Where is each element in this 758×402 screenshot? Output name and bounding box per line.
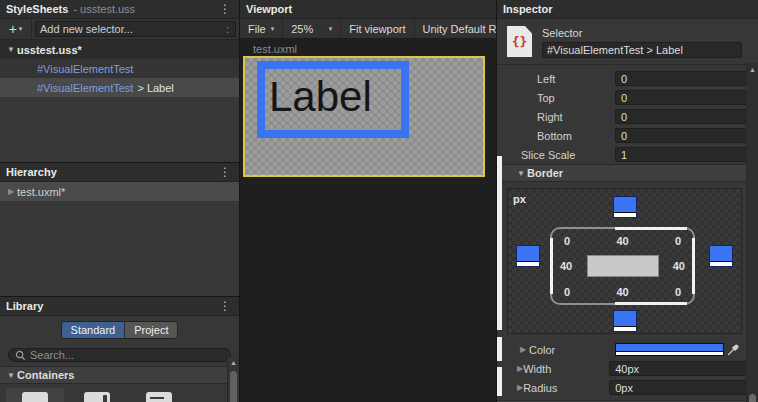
inspector-scrollbar[interactable]: ▲ xyxy=(746,63,758,402)
field-label: Right xyxy=(497,111,615,123)
tree-item-label: usstest.uss* xyxy=(17,44,82,56)
curly-braces-glyph: {} xyxy=(512,34,528,49)
unity-ui-builder-window: StyleSheets - usstest.uss ⋮ + ▾ : ▼ usst… xyxy=(0,0,758,402)
library-search-input[interactable] xyxy=(30,349,224,361)
stylesheets-title: StyleSheets xyxy=(6,3,68,15)
border-right-width-value[interactable]: 40 xyxy=(673,260,685,272)
right-input[interactable] xyxy=(615,109,758,124)
add-selector-field-wrap: : xyxy=(35,21,236,37)
foldout-open-icon[interactable]: ▼ xyxy=(5,45,17,54)
library-item-visualelement[interactable] xyxy=(6,388,64,402)
inspector-panel: Inspector {} Selector #VisualElementTest… xyxy=(497,0,758,402)
canvas-document-label[interactable]: test.uxml xyxy=(253,43,297,55)
pseudo-state-hint[interactable]: : xyxy=(224,23,231,35)
selector-value-field[interactable]: #VisualElementTest > Label xyxy=(542,42,742,58)
library-item-scrollview[interactable] xyxy=(68,388,126,402)
radius-label: Radius xyxy=(523,382,609,394)
dropdown-arrow-icon: ▾ xyxy=(19,25,23,33)
border-left-highlight xyxy=(550,238,553,294)
add-selector-button[interactable]: + ▾ xyxy=(0,19,32,39)
top-input[interactable] xyxy=(615,90,758,105)
radius-bottom-left-value[interactable]: 0 xyxy=(564,286,570,298)
radius-top-right-value[interactable]: 0 xyxy=(675,235,681,247)
library-item-listview[interactable] xyxy=(130,388,188,402)
hierarchy-item-label: test.uxml* xyxy=(17,186,65,198)
viewport-panel: Viewport File ▾ 25% ▾ Fit viewport Unity… xyxy=(240,0,497,402)
tree-item-selector1[interactable]: #VisualElementTest xyxy=(0,59,239,78)
field-row-left: Left - xyxy=(497,69,758,88)
border-section-label: Border xyxy=(527,167,563,179)
border-radius-input[interactable] xyxy=(609,380,758,395)
file-menu-button[interactable]: File ▾ xyxy=(240,19,283,38)
theme-label: Unity Default Runtime Th xyxy=(423,23,497,35)
hierarchy-panel: Hierarchy ⋮ ▶ test.uxml* xyxy=(0,163,239,297)
tab-standard[interactable]: Standard xyxy=(62,322,125,338)
field-row-bottom: Bottom - xyxy=(497,126,758,145)
radius-bottom-right-value[interactable]: 0 xyxy=(675,286,681,298)
scrollbar-thumb[interactable] xyxy=(230,371,237,402)
tree-item-usstest[interactable]: ▼ usstest.uss* xyxy=(0,40,239,59)
border-section-header[interactable]: ▼ Border xyxy=(497,164,758,182)
selector-label-base: #VisualElementTest xyxy=(37,82,133,94)
library-search xyxy=(8,348,231,362)
radius-row: ▶ Radius xyxy=(497,378,758,397)
bottom-input[interactable] xyxy=(615,128,758,143)
override-indicator-bar xyxy=(497,367,502,396)
scrollbar-up-icon[interactable]: ▲ xyxy=(228,357,239,366)
hierarchy-item-testuxml[interactable]: ▶ test.uxml* xyxy=(0,182,239,201)
canvas-area[interactable]: test.uxml Label xyxy=(240,39,496,402)
width-row: ▶ Width xyxy=(497,359,758,378)
search-icon xyxy=(15,350,26,361)
field-row-slice-scale: Slice Scale px xyxy=(497,145,758,164)
override-indicator-bar xyxy=(497,337,502,361)
selector-label: Selector xyxy=(542,27,746,39)
border-bottom-color-swatch[interactable] xyxy=(613,310,637,332)
field-label: Bottom xyxy=(497,130,615,142)
color-label: Color xyxy=(529,344,615,356)
label-element[interactable]: Label xyxy=(257,61,409,138)
fit-viewport-button[interactable]: Fit viewport xyxy=(341,19,414,38)
foldout-open-icon[interactable]: ▼ xyxy=(515,169,527,178)
radius-top-left-value[interactable]: 0 xyxy=(564,235,570,247)
border-top-width-value[interactable]: 40 xyxy=(616,235,628,247)
containers-section-header[interactable]: ▼ Containers xyxy=(0,366,239,384)
border-right-color-swatch[interactable] xyxy=(709,245,733,267)
design-canvas[interactable]: Label xyxy=(243,56,485,177)
scrollbar-up-icon[interactable]: ▲ xyxy=(747,63,758,73)
visual-element-icon xyxy=(22,392,48,402)
stylesheets-header: StyleSheets - usstest.uss ⋮ xyxy=(0,0,239,19)
border-bottom-highlight xyxy=(615,302,687,305)
foldout-closed-icon[interactable]: ▶ xyxy=(5,187,17,196)
field-label: Slice Scale xyxy=(497,149,615,161)
border-width-widget: px 0 40 0 40 40 0 40 0 xyxy=(507,188,742,334)
eyedropper-icon[interactable] xyxy=(727,344,742,356)
border-bottom-width-value[interactable]: 40 xyxy=(616,286,628,298)
tree-item-selector2-selected[interactable]: #VisualElementTest > Label xyxy=(0,78,239,97)
plus-icon: + xyxy=(9,23,17,35)
add-selector-input[interactable] xyxy=(40,23,224,35)
border-left-width-value[interactable]: 40 xyxy=(560,260,572,272)
zoom-dropdown[interactable]: 25% ▾ xyxy=(283,19,341,38)
fit-viewport-label: Fit viewport xyxy=(349,23,405,35)
border-top-color-swatch[interactable] xyxy=(613,196,637,218)
selector-label-rest: > Label xyxy=(137,82,173,94)
dropdown-arrow-icon: ▾ xyxy=(329,25,333,33)
foldout-closed-icon[interactable]: ▶ xyxy=(517,345,529,354)
library-scrollbar[interactable]: ▲ xyxy=(227,357,239,402)
border-width-input[interactable] xyxy=(609,361,758,376)
kebab-menu-icon[interactable]: ⋮ xyxy=(217,167,233,177)
kebab-menu-icon[interactable]: ⋮ xyxy=(217,4,233,14)
stylesheets-toolbar: + ▾ : xyxy=(0,19,239,40)
library-tabs: Standard Project xyxy=(0,316,239,343)
tab-project[interactable]: Project xyxy=(124,322,177,338)
border-color-field[interactable] xyxy=(615,343,724,356)
theme-dropdown[interactable]: Unity Default Runtime Th xyxy=(415,19,497,38)
slice-scale-input[interactable] xyxy=(615,147,758,162)
kebab-menu-icon[interactable]: ⋮ xyxy=(217,301,233,311)
left-input[interactable] xyxy=(615,71,758,86)
border-unit-label[interactable]: px xyxy=(513,193,526,205)
foldout-open-icon[interactable]: ▼ xyxy=(5,371,17,380)
scrollbar-thumb[interactable] xyxy=(749,394,756,402)
field-row-right: Right - xyxy=(497,107,758,126)
border-left-color-swatch[interactable] xyxy=(516,245,540,267)
